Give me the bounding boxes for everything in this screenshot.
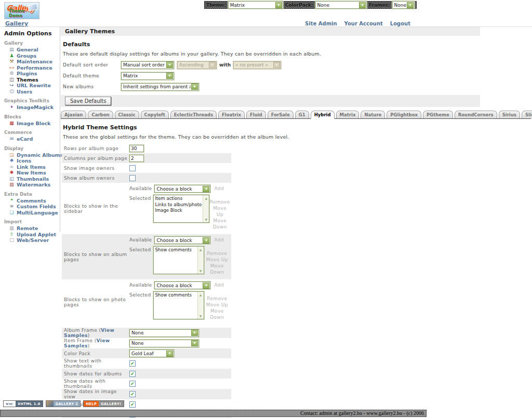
scroll-down-icon[interactable]: ▼ — [200, 314, 202, 318]
theme-tab[interactable]: PGtheme — [423, 111, 453, 118]
sidebar-item[interactable]: ❏ MultiLanguage — [4, 210, 60, 216]
theme-select[interactable]: Matrix ▾ — [228, 1, 283, 9]
item-frame-select[interactable]: None ▾ — [129, 340, 199, 347]
theme-tab[interactable]: Slider — [522, 111, 532, 118]
sidebar-item[interactable]: □ Web/Server — [4, 237, 60, 244]
account-link[interactable]: Your Account — [344, 21, 383, 26]
show-image-owners-checkbox[interactable] — [129, 165, 136, 171]
scroll-up-icon[interactable]: ▲ — [200, 248, 202, 251]
sidebar-item[interactable]: ❖ Icons — [4, 158, 60, 164]
gallery2-badge[interactable]: GALLERY 2 — [46, 400, 81, 407]
dropdown-arrow-icon: ▾ — [203, 237, 209, 244]
photo-blocks-row: Blocks to show on photo pages Available … — [62, 279, 231, 325]
scroll-up-icon[interactable]: ▲ — [205, 196, 208, 200]
sidebar-blocks-available-select[interactable]: Choose a block ▾ — [154, 185, 210, 193]
new-albums-select[interactable]: Inherit settings from parent album ▾ — [121, 83, 199, 91]
photo-blocks-selected-list[interactable]: Show comments ▲ ▼ — [153, 291, 204, 319]
scroll-down-icon[interactable]: ▼ — [205, 218, 208, 221]
remove-link[interactable]: Remove — [204, 295, 230, 302]
theme-tab[interactable]: Floatrix — [218, 111, 245, 118]
list-item[interactable]: Show comments — [155, 292, 196, 299]
sidebar-item[interactable]: ↪ URL Rewrite — [4, 83, 60, 89]
list-scrollbar[interactable]: ▲ ▼ — [197, 247, 204, 274]
show-album-sizes-checkbox[interactable]: ✔ — [129, 401, 136, 408]
move-up-link[interactable]: Move Up — [204, 302, 230, 308]
list-item[interactable]: Show comments — [155, 247, 196, 253]
sidebar-item[interactable]: ⚙ Plugins — [4, 71, 60, 77]
theme-tab[interactable]: EclecticThreads — [170, 111, 217, 118]
list-item[interactable]: Links to album/photo peers — [155, 202, 202, 208]
theme-tab[interactable]: Hybrid — [311, 111, 335, 119]
show-dates-thumbnails-checkbox[interactable]: ✔ — [129, 381, 136, 387]
sidebar-item[interactable]: ✦ ImageMagick — [4, 104, 60, 111]
sidebar-item[interactable]: ☺ Users — [4, 89, 60, 95]
frames-select[interactable]: None ▾ — [392, 1, 415, 9]
remove-link[interactable]: Remove — [209, 199, 230, 205]
sidebar-item[interactable]: ▤ General — [4, 47, 60, 53]
sidebar-item[interactable]: ◫ Themes — [4, 77, 60, 83]
add-link[interactable]: Add — [214, 185, 224, 191]
account-link[interactable]: Site Admin — [305, 21, 337, 26]
account-link[interactable]: Logout — [390, 21, 410, 26]
album-blocks-selected-list[interactable]: Show comments ▲ ▼ — [153, 246, 204, 274]
theme-tab[interactable]: Ajaxian — [61, 111, 86, 118]
move-down-link[interactable]: Move Down — [204, 308, 230, 320]
move-up-link[interactable]: Move Up — [209, 205, 230, 218]
sidebar-item[interactable]: ◱ Thumbnails — [4, 176, 60, 182]
colorpack-select[interactable]: None ▾ — [315, 1, 367, 9]
theme-tab[interactable]: RoundCorners — [455, 111, 497, 118]
show-dates-albums-checkbox[interactable]: ✔ — [129, 371, 136, 377]
sidebar-item[interactable]: ❝ Comments — [4, 198, 60, 204]
sort-order-select[interactable]: Manual sort order ▾ — [121, 61, 174, 69]
default-theme-select[interactable]: Matrix ▾ — [121, 72, 174, 80]
sidebar-item[interactable]: ✱ New Items — [4, 170, 60, 176]
rows-per-page-input[interactable] — [129, 145, 144, 152]
theme-tab[interactable]: Sirius — [499, 111, 520, 118]
columns-per-page-input[interactable] — [129, 155, 144, 162]
list-scrollbar[interactable]: ▲ ▼ — [203, 195, 209, 222]
sidebar-item[interactable]: ▦ Image Block — [4, 120, 60, 127]
help-gallery-badge[interactable]: HELP GALLERY! — [83, 400, 124, 407]
color-pack-select[interactable]: Gold Leaf ▾ — [129, 349, 174, 357]
scroll-up-icon[interactable]: ▲ — [200, 293, 202, 296]
sidebar-item[interactable]: ⇧ Upload Applet — [4, 232, 60, 238]
sidebar-item[interactable]: ▥ Remote — [4, 225, 60, 232]
sidebar-blocks-selected-list[interactable]: Item actions Links to album/photo peers … — [153, 195, 209, 223]
photo-blocks-available-select[interactable]: Choose a block ▾ — [154, 281, 210, 289]
scroll-down-icon[interactable]: ▼ — [200, 269, 202, 273]
theme-tab[interactable]: Matrix — [336, 111, 360, 118]
list-item[interactable]: Item actions — [155, 196, 202, 202]
show-dates-image-view-checkbox[interactable]: ✔ — [129, 391, 136, 397]
sidebar-item[interactable]: »» Performance — [4, 65, 60, 71]
add-link[interactable]: Add — [214, 236, 224, 242]
sidebar-item[interactable]: ♟ Groups — [4, 53, 60, 59]
add-link[interactable]: Add — [214, 281, 224, 288]
sidebar-item[interactable]: ✉ eCard — [4, 136, 60, 142]
theme-tab[interactable]: Copyleft — [141, 111, 169, 118]
list-item[interactable]: Image Block — [155, 208, 202, 214]
show-album-owners-checkbox[interactable] — [129, 175, 136, 181]
sidebar-item[interactable]: ▨ Watermarks — [4, 182, 60, 188]
list-scrollbar[interactable]: ▲ ▼ — [197, 292, 204, 319]
show-text-thumbnails-checkbox[interactable]: ✔ — [129, 360, 136, 367]
theme-tab[interactable]: ForSale — [268, 111, 294, 118]
album-frame-select[interactable]: None ▾ — [129, 329, 199, 337]
theme-tab[interactable]: G1 — [295, 111, 309, 118]
move-up-link[interactable]: Move Up — [204, 257, 230, 263]
move-down-link[interactable]: Move Down — [204, 263, 230, 275]
theme-tab[interactable]: Carbon — [88, 111, 113, 118]
sidebar-item[interactable]: ∞ Link Items — [4, 164, 60, 170]
move-down-link[interactable]: Move Down — [209, 218, 230, 230]
w3c-xhtml-badge[interactable]: W3C XHTML 1.0 — [3, 400, 43, 407]
sidebar-item[interactable]: ⚒ Maintenance — [4, 59, 60, 65]
remove-link[interactable]: Remove — [204, 250, 230, 257]
theme-tab[interactable]: Fluid — [246, 111, 266, 118]
gallery-logo[interactable]: Gallery Theme Demo — [4, 2, 39, 19]
theme-tab[interactable]: Nature — [361, 111, 385, 118]
theme-tab[interactable]: PGlightbox — [387, 111, 421, 118]
album-blocks-available-select[interactable]: Choose a block ▾ — [154, 236, 210, 244]
sidebar-item[interactable]: ≡ Custom Fields — [4, 204, 60, 210]
sidebar-item[interactable]: ◲ Dynamic Albums — [4, 152, 60, 158]
save-defaults-button[interactable]: Save Defaults — [65, 97, 111, 105]
theme-tab[interactable]: Classic — [115, 111, 139, 118]
